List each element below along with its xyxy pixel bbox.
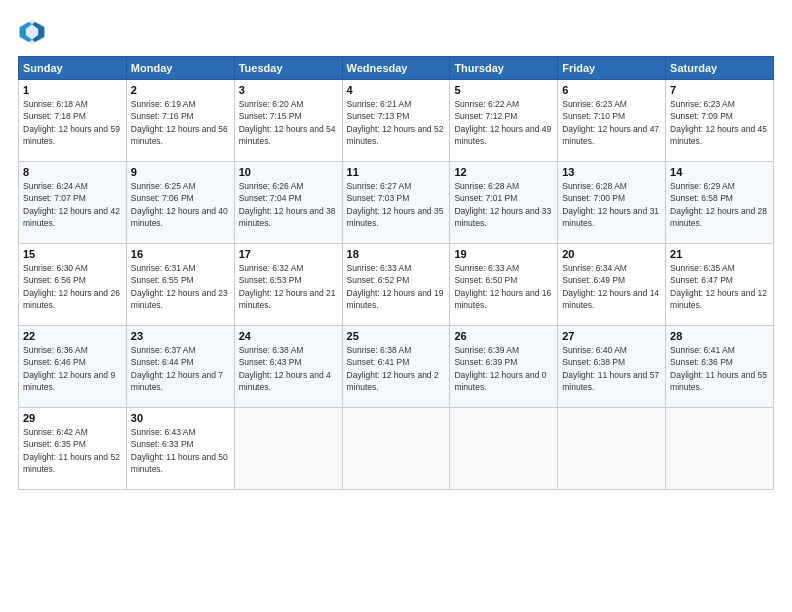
day-number: 29 xyxy=(23,412,122,424)
header xyxy=(18,18,774,46)
calendar-cell: 30Sunrise: 6:43 AMSunset: 6:33 PMDayligh… xyxy=(126,408,234,490)
day-info: Sunrise: 6:32 AMSunset: 6:53 PMDaylight:… xyxy=(239,262,338,311)
day-info: Sunrise: 6:26 AMSunset: 7:04 PMDaylight:… xyxy=(239,180,338,229)
day-number: 4 xyxy=(347,84,446,96)
day-number: 2 xyxy=(131,84,230,96)
day-info: Sunrise: 6:43 AMSunset: 6:33 PMDaylight:… xyxy=(131,426,230,475)
calendar-cell: 14Sunrise: 6:29 AMSunset: 6:58 PMDayligh… xyxy=(666,162,774,244)
day-info: Sunrise: 6:41 AMSunset: 6:36 PMDaylight:… xyxy=(670,344,769,393)
day-header-wednesday: Wednesday xyxy=(342,57,450,80)
calendar-header-row: SundayMondayTuesdayWednesdayThursdayFrid… xyxy=(19,57,774,80)
calendar-week-row: 29Sunrise: 6:42 AMSunset: 6:35 PMDayligh… xyxy=(19,408,774,490)
calendar-cell: 10Sunrise: 6:26 AMSunset: 7:04 PMDayligh… xyxy=(234,162,342,244)
day-number: 9 xyxy=(131,166,230,178)
calendar-cell: 20Sunrise: 6:34 AMSunset: 6:49 PMDayligh… xyxy=(558,244,666,326)
day-info: Sunrise: 6:30 AMSunset: 6:56 PMDaylight:… xyxy=(23,262,122,311)
calendar-cell xyxy=(234,408,342,490)
calendar-cell: 18Sunrise: 6:33 AMSunset: 6:52 PMDayligh… xyxy=(342,244,450,326)
day-number: 19 xyxy=(454,248,553,260)
calendar-week-row: 15Sunrise: 6:30 AMSunset: 6:56 PMDayligh… xyxy=(19,244,774,326)
day-header-monday: Monday xyxy=(126,57,234,80)
calendar-cell: 3Sunrise: 6:20 AMSunset: 7:15 PMDaylight… xyxy=(234,80,342,162)
day-number: 18 xyxy=(347,248,446,260)
day-info: Sunrise: 6:40 AMSunset: 6:38 PMDaylight:… xyxy=(562,344,661,393)
calendar-cell: 28Sunrise: 6:41 AMSunset: 6:36 PMDayligh… xyxy=(666,326,774,408)
day-header-thursday: Thursday xyxy=(450,57,558,80)
calendar-cell: 9Sunrise: 6:25 AMSunset: 7:06 PMDaylight… xyxy=(126,162,234,244)
calendar-cell: 19Sunrise: 6:33 AMSunset: 6:50 PMDayligh… xyxy=(450,244,558,326)
calendar-cell: 26Sunrise: 6:39 AMSunset: 6:39 PMDayligh… xyxy=(450,326,558,408)
day-header-saturday: Saturday xyxy=(666,57,774,80)
day-number: 25 xyxy=(347,330,446,342)
day-info: Sunrise: 6:20 AMSunset: 7:15 PMDaylight:… xyxy=(239,98,338,147)
day-number: 15 xyxy=(23,248,122,260)
day-info: Sunrise: 6:28 AMSunset: 7:01 PMDaylight:… xyxy=(454,180,553,229)
day-number: 21 xyxy=(670,248,769,260)
page: SundayMondayTuesdayWednesdayThursdayFrid… xyxy=(0,0,792,500)
calendar-cell: 16Sunrise: 6:31 AMSunset: 6:55 PMDayligh… xyxy=(126,244,234,326)
calendar-cell xyxy=(666,408,774,490)
day-number: 12 xyxy=(454,166,553,178)
day-number: 24 xyxy=(239,330,338,342)
calendar-cell xyxy=(342,408,450,490)
day-info: Sunrise: 6:28 AMSunset: 7:00 PMDaylight:… xyxy=(562,180,661,229)
calendar-cell: 23Sunrise: 6:37 AMSunset: 6:44 PMDayligh… xyxy=(126,326,234,408)
calendar-cell: 1Sunrise: 6:18 AMSunset: 7:18 PMDaylight… xyxy=(19,80,127,162)
calendar-cell: 22Sunrise: 6:36 AMSunset: 6:46 PMDayligh… xyxy=(19,326,127,408)
day-info: Sunrise: 6:37 AMSunset: 6:44 PMDaylight:… xyxy=(131,344,230,393)
calendar-cell: 4Sunrise: 6:21 AMSunset: 7:13 PMDaylight… xyxy=(342,80,450,162)
calendar-cell: 2Sunrise: 6:19 AMSunset: 7:16 PMDaylight… xyxy=(126,80,234,162)
day-number: 27 xyxy=(562,330,661,342)
day-number: 23 xyxy=(131,330,230,342)
calendar-cell: 6Sunrise: 6:23 AMSunset: 7:10 PMDaylight… xyxy=(558,80,666,162)
day-number: 26 xyxy=(454,330,553,342)
day-number: 16 xyxy=(131,248,230,260)
day-number: 3 xyxy=(239,84,338,96)
day-info: Sunrise: 6:19 AMSunset: 7:16 PMDaylight:… xyxy=(131,98,230,147)
day-info: Sunrise: 6:23 AMSunset: 7:10 PMDaylight:… xyxy=(562,98,661,147)
calendar-week-row: 22Sunrise: 6:36 AMSunset: 6:46 PMDayligh… xyxy=(19,326,774,408)
day-number: 13 xyxy=(562,166,661,178)
day-info: Sunrise: 6:42 AMSunset: 6:35 PMDaylight:… xyxy=(23,426,122,475)
calendar-table: SundayMondayTuesdayWednesdayThursdayFrid… xyxy=(18,56,774,490)
day-info: Sunrise: 6:24 AMSunset: 7:07 PMDaylight:… xyxy=(23,180,122,229)
day-header-sunday: Sunday xyxy=(19,57,127,80)
calendar-cell: 27Sunrise: 6:40 AMSunset: 6:38 PMDayligh… xyxy=(558,326,666,408)
day-number: 22 xyxy=(23,330,122,342)
day-info: Sunrise: 6:18 AMSunset: 7:18 PMDaylight:… xyxy=(23,98,122,147)
calendar-cell: 12Sunrise: 6:28 AMSunset: 7:01 PMDayligh… xyxy=(450,162,558,244)
calendar-cell: 7Sunrise: 6:23 AMSunset: 7:09 PMDaylight… xyxy=(666,80,774,162)
day-number: 11 xyxy=(347,166,446,178)
day-number: 10 xyxy=(239,166,338,178)
day-number: 20 xyxy=(562,248,661,260)
calendar-cell: 15Sunrise: 6:30 AMSunset: 6:56 PMDayligh… xyxy=(19,244,127,326)
day-header-tuesday: Tuesday xyxy=(234,57,342,80)
day-number: 5 xyxy=(454,84,553,96)
day-info: Sunrise: 6:31 AMSunset: 6:55 PMDaylight:… xyxy=(131,262,230,311)
day-number: 6 xyxy=(562,84,661,96)
calendar-week-row: 1Sunrise: 6:18 AMSunset: 7:18 PMDaylight… xyxy=(19,80,774,162)
day-info: Sunrise: 6:29 AMSunset: 6:58 PMDaylight:… xyxy=(670,180,769,229)
calendar-cell: 11Sunrise: 6:27 AMSunset: 7:03 PMDayligh… xyxy=(342,162,450,244)
day-number: 14 xyxy=(670,166,769,178)
day-info: Sunrise: 6:38 AMSunset: 6:41 PMDaylight:… xyxy=(347,344,446,393)
logo-icon xyxy=(18,18,46,46)
day-info: Sunrise: 6:25 AMSunset: 7:06 PMDaylight:… xyxy=(131,180,230,229)
day-number: 1 xyxy=(23,84,122,96)
day-number: 17 xyxy=(239,248,338,260)
day-header-friday: Friday xyxy=(558,57,666,80)
day-number: 8 xyxy=(23,166,122,178)
calendar-cell: 5Sunrise: 6:22 AMSunset: 7:12 PMDaylight… xyxy=(450,80,558,162)
day-number: 7 xyxy=(670,84,769,96)
day-info: Sunrise: 6:39 AMSunset: 6:39 PMDaylight:… xyxy=(454,344,553,393)
calendar-body: 1Sunrise: 6:18 AMSunset: 7:18 PMDaylight… xyxy=(19,80,774,490)
calendar-cell xyxy=(558,408,666,490)
day-info: Sunrise: 6:27 AMSunset: 7:03 PMDaylight:… xyxy=(347,180,446,229)
day-info: Sunrise: 6:22 AMSunset: 7:12 PMDaylight:… xyxy=(454,98,553,147)
day-info: Sunrise: 6:23 AMSunset: 7:09 PMDaylight:… xyxy=(670,98,769,147)
day-info: Sunrise: 6:33 AMSunset: 6:50 PMDaylight:… xyxy=(454,262,553,311)
day-info: Sunrise: 6:35 AMSunset: 6:47 PMDaylight:… xyxy=(670,262,769,311)
day-info: Sunrise: 6:38 AMSunset: 6:43 PMDaylight:… xyxy=(239,344,338,393)
calendar-cell: 13Sunrise: 6:28 AMSunset: 7:00 PMDayligh… xyxy=(558,162,666,244)
calendar-cell: 17Sunrise: 6:32 AMSunset: 6:53 PMDayligh… xyxy=(234,244,342,326)
